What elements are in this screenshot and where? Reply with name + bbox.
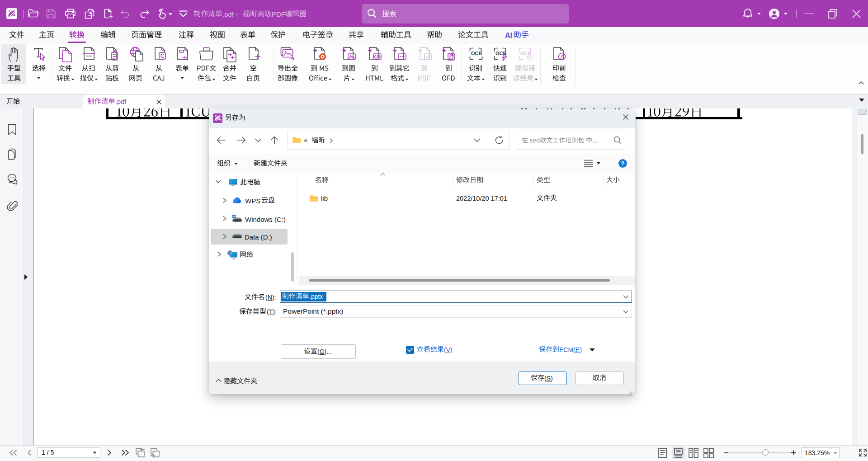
- svg-text:A: A: [561, 54, 564, 60]
- svg-text:OCR: OCR: [495, 51, 507, 56]
- svg-text:OCR: OCR: [471, 51, 482, 56]
